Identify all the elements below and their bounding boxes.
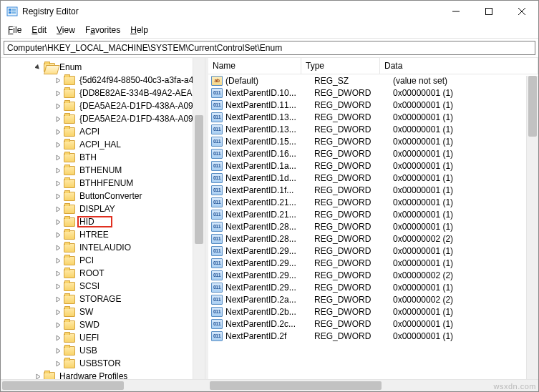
minimize-button[interactable] (440, 1, 472, 22)
tree-item[interactable]: SWD (44, 318, 205, 331)
tree-item[interactable]: ButtonConverter (44, 190, 205, 202)
svg-rect-2 (9, 11, 11, 14)
value-row[interactable]: 011NextParentID.1d...REG_DWORD0x00000001… (208, 172, 538, 184)
values-panel[interactable]: Name Type Data ab(Default)REG_SZ(value n… (208, 58, 538, 379)
expand-icon[interactable] (54, 256, 62, 265)
value-row[interactable]: 011NextParentID.29...REG_DWORD0x00000001… (208, 281, 538, 293)
column-headers[interactable]: Name Type Data (208, 58, 538, 74)
expand-icon[interactable] (54, 166, 62, 175)
tree-item[interactable]: BTH (44, 151, 205, 164)
tree-item[interactable]: ROOT (44, 267, 205, 280)
expand-icon[interactable] (54, 76, 62, 84)
tree-item[interactable]: BTHENUM (44, 164, 205, 177)
expand-icon[interactable] (54, 89, 62, 97)
expand-icon[interactable] (54, 192, 62, 200)
value-row[interactable]: 011NextParentID.2a...REG_DWORD0x00000002… (208, 293, 538, 305)
tree-item[interactable]: USB (44, 344, 205, 357)
tree-item[interactable]: HID (44, 215, 205, 228)
tree-item[interactable]: UEFI (44, 331, 205, 344)
expand-icon[interactable] (54, 320, 62, 329)
col-name[interactable]: Name (208, 58, 301, 74)
value-row[interactable]: 011NextParentID.13...REG_DWORD0x00000001… (208, 111, 538, 123)
value-row[interactable]: ab(Default)REG_SZ(value not set) (208, 74, 538, 87)
expand-icon[interactable] (54, 269, 62, 278)
expand-icon[interactable] (54, 359, 62, 368)
tree-panel[interactable]: Enum{5d624f94-8850-40c3-a3fa-a4{DD8E82AE… (1, 58, 205, 379)
tree-item[interactable]: HTREE (44, 228, 205, 241)
titlebar[interactable]: Registry Editor (1, 1, 538, 22)
value-row[interactable]: 011NextParentID.29...REG_DWORD0x00000001… (208, 245, 538, 257)
expand-icon[interactable] (54, 114, 62, 123)
tree-item[interactable]: BTHHFENUM (44, 177, 205, 190)
expand-icon[interactable] (54, 205, 62, 213)
col-data[interactable]: Data (380, 58, 538, 74)
value-row[interactable]: 011NextParentID.21...REG_DWORD0x00000001… (208, 208, 538, 220)
tree-item[interactable]: SW (44, 305, 205, 318)
close-button[interactable] (505, 1, 538, 22)
tree-item[interactable]: {DEA5AE2A-D1FD-438A-A09 (44, 112, 205, 125)
collapse-icon[interactable] (34, 63, 42, 72)
menu-file[interactable]: File (4, 24, 26, 36)
folder-icon (44, 372, 55, 380)
expand-icon[interactable] (54, 333, 62, 342)
expand-icon[interactable] (54, 140, 62, 149)
tree-item[interactable]: INTELAUDIO (44, 241, 205, 254)
tree-label: HTREE (78, 230, 110, 240)
menu-help[interactable]: Help (126, 24, 152, 36)
tree-item[interactable]: PCI (44, 254, 205, 267)
tree-item[interactable]: USBSTOR (44, 357, 205, 370)
values-scrollbar-v[interactable] (526, 76, 538, 379)
menu-favorites[interactable]: Favorites (81, 24, 125, 36)
value-row[interactable]: 011NextParentID.29...REG_DWORD0x00000001… (208, 257, 538, 269)
menu-edit[interactable]: Edit (27, 24, 51, 36)
expand-icon[interactable] (54, 127, 62, 136)
value-row[interactable]: 011NextParentID.1a...REG_DWORD0x00000001… (208, 160, 538, 172)
expand-icon[interactable] (54, 230, 62, 239)
value-row[interactable]: 011NextParentID.16...REG_DWORD0x00000001… (208, 147, 538, 160)
expand-icon[interactable] (54, 308, 62, 316)
folder-icon (64, 359, 75, 368)
expand-icon[interactable] (54, 217, 62, 226)
menu-view[interactable]: View (52, 24, 79, 36)
tree-label: ButtonConverter (78, 191, 143, 201)
value-row[interactable]: 011NextParentID.10...REG_DWORD0x00000001… (208, 87, 538, 99)
tree-item[interactable]: SCSI (44, 280, 205, 293)
value-row[interactable]: 011NextParentID.2c...REG_DWORD0x00000001… (208, 318, 538, 330)
value-row[interactable]: 011NextParentID.2fREG_DWORD0x00000001 (1… (208, 330, 538, 342)
tree-item[interactable]: STORAGE (44, 293, 205, 305)
expand-icon[interactable] (54, 243, 62, 252)
tree-scrollbar-v[interactable] (193, 58, 205, 379)
tree-item-enum[interactable]: Enum (34, 61, 205, 74)
expand-icon[interactable] (54, 153, 62, 162)
maximize-button[interactable] (472, 1, 505, 22)
value-row[interactable]: 011NextParentID.1f...REG_DWORD0x00000001… (208, 184, 538, 196)
folder-icon (64, 192, 75, 201)
tree-item[interactable]: {5d624f94-8850-40c3-a3fa-a4 (44, 74, 205, 87)
tree-item-hardware-profiles[interactable]: Hardware Profiles (34, 370, 205, 379)
expand-icon[interactable] (54, 102, 62, 110)
value-row[interactable]: 011NextParentID.29...REG_DWORD0x00000002… (208, 269, 538, 281)
expand-icon[interactable] (54, 346, 62, 355)
expand-icon[interactable] (54, 282, 62, 290)
value-row[interactable]: 011NextParentID.13...REG_DWORD0x00000001… (208, 123, 538, 135)
col-type[interactable]: Type (301, 58, 380, 74)
tree-item[interactable]: ACPI_HAL (44, 138, 205, 151)
tree-item[interactable]: {DD8E82AE-334B-49A2-AEAB (44, 87, 205, 99)
tree-item[interactable]: DISPLAY (44, 202, 205, 215)
value-row[interactable]: 011NextParentID.11...REG_DWORD0x00000001… (208, 99, 538, 111)
tree-item[interactable]: ACPI (44, 125, 205, 138)
value-row[interactable]: 011NextParentID.21...REG_DWORD0x00000001… (208, 196, 538, 208)
values-scrollbar-h[interactable] (208, 379, 538, 391)
tree-item[interactable]: {DEA5AE2A-D1FD-438A-A09 (44, 99, 205, 112)
tree-scrollbar-h[interactable] (1, 379, 208, 391)
value-row[interactable]: 011NextParentID.28...REG_DWORD0x00000002… (208, 232, 538, 245)
expand-icon[interactable] (54, 295, 62, 303)
value-row[interactable]: 011NextParentID.28...REG_DWORD0x00000001… (208, 220, 538, 232)
value-row[interactable]: 011NextParentID.15...REG_DWORD0x00000001… (208, 135, 538, 147)
address-input[interactable] (4, 41, 535, 55)
expand-icon[interactable] (34, 372, 42, 379)
dword-value-icon: 011 (211, 137, 223, 147)
value-row[interactable]: 011NextParentID.2b...REG_DWORD0x00000001… (208, 305, 538, 318)
tree-label: SCSI (78, 281, 101, 291)
expand-icon[interactable] (54, 179, 62, 187)
